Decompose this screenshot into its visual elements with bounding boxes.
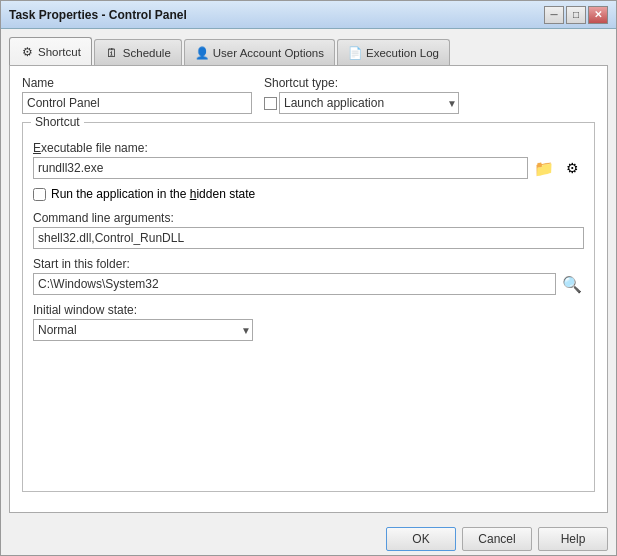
tab-schedule[interactable]: 🗓 Schedule (94, 39, 182, 65)
exec-browse-button[interactable]: 📁 (532, 157, 556, 179)
close-button[interactable]: ✕ (588, 6, 608, 24)
tab-shortcut-label: Shortcut (38, 46, 81, 58)
user-account-tab-icon: 👤 (195, 46, 209, 60)
launch-checkbox[interactable] (264, 97, 277, 110)
ok-button[interactable]: OK (386, 527, 456, 551)
hidden-state-row: Run the application in the hidden state (33, 187, 584, 201)
cmd-label: Command line arguments: (33, 211, 584, 225)
shortcut-type-select-wrapper: Launch application ▼ (279, 92, 459, 114)
main-window: Task Properties - Control Panel ─ □ ✕ ⚙ … (0, 0, 617, 556)
shortcut-group-label: Shortcut (31, 115, 84, 129)
start-folder-icon: 🔍 (562, 275, 582, 294)
exec-label: Executable file name: (33, 141, 584, 155)
shortcut-type-select[interactable]: Launch application (279, 92, 459, 114)
cmd-field-group: Command line arguments: (33, 211, 584, 249)
title-bar-controls: ─ □ ✕ (544, 6, 608, 24)
hidden-state-checkbox[interactable] (33, 188, 46, 201)
minimize-button[interactable]: ─ (544, 6, 564, 24)
tab-bar: ⚙ Shortcut 🗓 Schedule 👤 User Account Opt… (9, 37, 608, 65)
window-state-group: Initial window state: Normal Minimized M… (33, 303, 584, 341)
name-field-group: Name (22, 76, 252, 114)
tab-execution-log-label: Execution Log (366, 47, 439, 59)
folder-icon: 📁 (534, 159, 554, 178)
content-area: ⚙ Shortcut 🗓 Schedule 👤 User Account Opt… (1, 29, 616, 521)
window-state-select-wrapper: Normal Minimized Maximized ▼ (33, 319, 253, 341)
window-title: Task Properties - Control Panel (9, 8, 187, 22)
shortcut-group: Shortcut Executable file name: 📁 ⚙ (22, 122, 595, 492)
start-folder-group: Start in this folder: 🔍 (33, 257, 584, 295)
name-label: Name (22, 76, 252, 90)
tab-panel-shortcut: Name Shortcut type: Launch application ▼ (9, 65, 608, 513)
execution-log-tab-icon: 📄 (348, 46, 362, 60)
window-state-select[interactable]: Normal Minimized Maximized (33, 319, 253, 341)
tab-schedule-label: Schedule (123, 47, 171, 59)
hidden-state-label: Run the application in the hidden state (51, 187, 255, 201)
gear-icon: ⚙ (566, 160, 579, 176)
start-label: Start in this folder: (33, 257, 584, 271)
exec-field-group: Executable file name: 📁 ⚙ (33, 141, 584, 179)
start-browse-button[interactable]: 🔍 (560, 273, 584, 295)
exec-input-row: 📁 ⚙ (33, 157, 584, 179)
shortcut-tab-icon: ⚙ (20, 45, 34, 59)
cmd-input[interactable] (33, 227, 584, 249)
shortcut-type-label: Shortcut type: (264, 76, 459, 90)
maximize-button[interactable]: □ (566, 6, 586, 24)
tab-user-account-label: User Account Options (213, 47, 324, 59)
exec-settings-button[interactable]: ⚙ (560, 157, 584, 179)
tab-shortcut[interactable]: ⚙ Shortcut (9, 37, 92, 65)
exec-label-text: Executable file name: (33, 141, 148, 155)
help-button[interactable]: Help (538, 527, 608, 551)
schedule-tab-icon: 🗓 (105, 46, 119, 60)
tab-user-account[interactable]: 👤 User Account Options (184, 39, 335, 65)
dialog-buttons: OK Cancel Help (1, 521, 616, 555)
start-input-row: 🔍 (33, 273, 584, 295)
name-input[interactable] (22, 92, 252, 114)
name-shortcut-row: Name Shortcut type: Launch application ▼ (22, 76, 595, 114)
title-bar: Task Properties - Control Panel ─ □ ✕ (1, 1, 616, 29)
cancel-button[interactable]: Cancel (462, 527, 532, 551)
window-state-label: Initial window state: (33, 303, 584, 317)
shortcut-type-group: Shortcut type: Launch application ▼ (264, 76, 459, 114)
launch-app-row: Launch application ▼ (264, 92, 459, 114)
tab-execution-log[interactable]: 📄 Execution Log (337, 39, 450, 65)
exec-input[interactable] (33, 157, 528, 179)
start-input[interactable] (33, 273, 556, 295)
